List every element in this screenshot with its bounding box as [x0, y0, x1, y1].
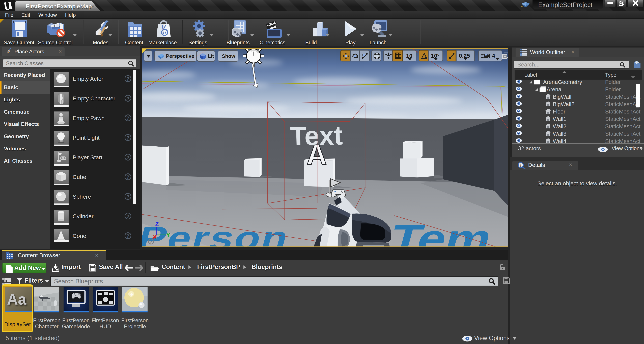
svg-text:Z: Z	[155, 221, 159, 227]
svg-text:Person: Person	[142, 220, 294, 246]
svg-text:?: ?	[150, 240, 152, 245]
svg-text:Y: Y	[166, 232, 170, 238]
svg-text:u: u	[163, 30, 166, 36]
svg-text:X: X	[153, 234, 157, 240]
svg-text:A: A	[306, 139, 327, 170]
svg-text:i: i	[520, 163, 521, 167]
